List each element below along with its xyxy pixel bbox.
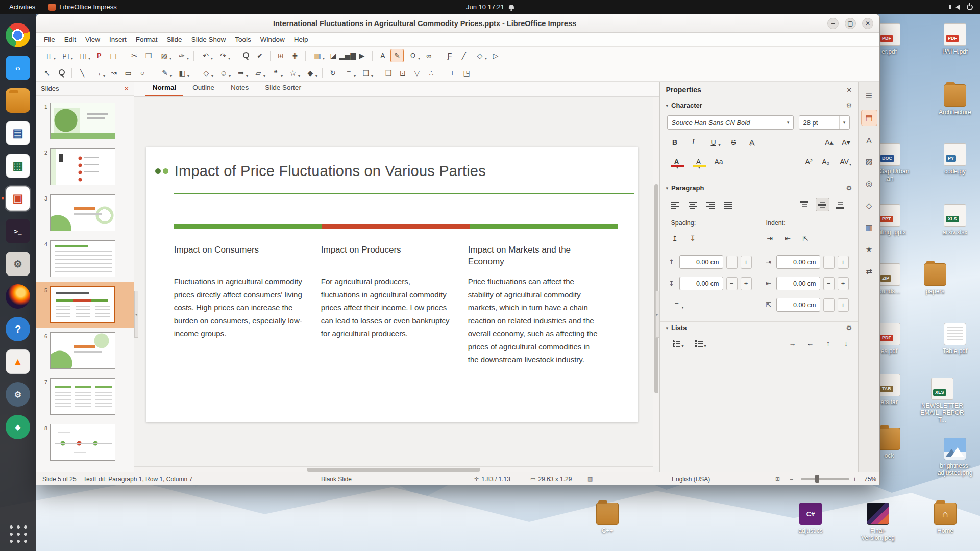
export-pdf-button[interactable]: P	[92, 49, 106, 62]
menu-window[interactable]: Window	[256, 34, 289, 45]
below-spacing-input[interactable]: 0.00 cm	[679, 277, 723, 290]
slide-thumbnail-row[interactable]: 8	[36, 419, 134, 465]
align-vertical-center-button[interactable]	[816, 198, 829, 211]
insert-line-button[interactable]: ╱	[457, 49, 471, 62]
slide-thumbnail-row[interactable]: 4	[36, 236, 134, 282]
document-modified-indicator[interactable]: ▥	[587, 472, 593, 485]
desktop-icon-newsletter-xlsx[interactable]: XLS NEWSLETTER EMAIL_REPORT...	[919, 378, 966, 423]
desktop-icon-table-pdf[interactable]: Table.pdf	[932, 323, 978, 355]
dock-libreoffice-writer[interactable]: ▤	[6, 121, 30, 145]
decrease-font-size-button[interactable]: A▾	[839, 136, 853, 149]
dock-chrome[interactable]	[6, 23, 30, 47]
bold-button[interactable]: B	[668, 136, 682, 149]
font-name-combobox[interactable]: Source Han Sans CN Bold ▾	[667, 115, 794, 130]
insert-image-button[interactable]: ◪	[327, 49, 340, 62]
vertical-scrollbar-thumb[interactable]	[654, 184, 658, 393]
slide-column[interactable]: Impact on Markets and the Economy Price …	[468, 244, 598, 366]
before-indent-increment[interactable]: +	[838, 256, 849, 269]
zoom-slider-handle[interactable]	[815, 475, 819, 483]
demote-button[interactable]: →	[786, 337, 799, 350]
sidebar-tab-master-slides[interactable]: ▥	[861, 219, 877, 236]
highlighting-color-button[interactable]: A	[690, 155, 707, 168]
insert-media-button[interactable]: ▶	[355, 49, 369, 62]
tab-slide-sorter[interactable]: Slide Sorter	[258, 81, 308, 96]
align-objects-button[interactable]: ≡	[340, 66, 357, 80]
slide-thumbnail-1[interactable]	[50, 103, 115, 139]
text-language-selector[interactable]: English (USA)	[672, 472, 710, 485]
dock-software-center[interactable]: ◆	[6, 415, 30, 439]
slide-thumbnail-2[interactable]	[50, 148, 115, 185]
slide-thumbnail-4[interactable]	[50, 240, 115, 277]
paragraph-more-options-icon[interactable]: ⚙	[846, 184, 852, 192]
decrease-indent-button[interactable]: ⇤	[781, 232, 795, 245]
decrease-paragraph-spacing-button[interactable]: ↧	[686, 232, 700, 245]
menu-help[interactable]: Help	[289, 34, 313, 45]
minimize-button[interactable]: –	[827, 18, 839, 29]
clock-menu[interactable]: Jun 10 17:21	[466, 3, 514, 11]
tab-normal[interactable]: Normal	[145, 81, 184, 96]
dock-libreoffice-impress[interactable]: ▣	[6, 186, 30, 211]
activities-button[interactable]: Activities	[9, 3, 35, 11]
hide-slides-panel-handle[interactable]: ◂	[134, 291, 138, 338]
zoom-tool-button[interactable]	[55, 66, 68, 80]
close-button[interactable]: ✕	[862, 18, 873, 29]
tab-notes[interactable]: Notes	[224, 81, 256, 96]
glue-points-button[interactable]: +	[446, 66, 459, 80]
start-slideshow-button[interactable]: ▷	[489, 49, 502, 62]
clone-formatting-button[interactable]: ✑	[174, 49, 190, 62]
menu-slide[interactable]: Slide	[162, 34, 187, 45]
after-indent-increment[interactable]: +	[838, 277, 849, 290]
line-color-button[interactable]: ✎	[157, 66, 173, 80]
move-up-button[interactable]: ↑	[821, 337, 835, 350]
tab-outline[interactable]: Outline	[185, 81, 222, 96]
desktop-icon-brightness-png[interactable]: brightness-adjusted.png	[932, 438, 978, 477]
character-spacing-button[interactable]: AV	[836, 155, 853, 168]
dock-vlc[interactable]: ▲	[6, 349, 30, 374]
arrange-button[interactable]: ❏	[358, 66, 374, 80]
desktop-icon-final-version-jpeg[interactable]: Final-Version.jpeg	[854, 503, 901, 541]
slide-thumbnail-7[interactable]	[50, 378, 115, 415]
align-right-button[interactable]	[704, 198, 718, 211]
dock-firefox[interactable]	[6, 284, 30, 309]
desktop-icon-path-pdf[interactable]: PDF PATH.pdf	[932, 23, 978, 55]
dock-terminal[interactable]: >_	[6, 219, 30, 243]
paste-button[interactable]: ▨	[156, 49, 173, 62]
slide-page[interactable]: Impact of Price Fluctuations on Various …	[146, 147, 638, 422]
character-more-options-icon[interactable]: ⚙	[846, 102, 852, 109]
firstline-indent-decrement[interactable]: −	[823, 298, 835, 312]
redo-button[interactable]: ↷	[215, 49, 231, 62]
dock-vscode[interactable]: ‹›	[6, 56, 30, 80]
menu-file[interactable]: File	[39, 34, 60, 45]
font-size-dropdown-icon[interactable]: ▾	[839, 116, 849, 129]
desktop-icon-papers[interactable]: papers	[912, 263, 959, 295]
font-size-combobox[interactable]: 28 pt ▾	[799, 115, 850, 130]
3d-objects-button[interactable]: ◆	[302, 66, 318, 80]
font-name-dropdown-icon[interactable]: ▾	[783, 116, 793, 129]
above-spacing-increment[interactable]: +	[741, 256, 752, 269]
line-spacing-button[interactable]: ≡	[668, 298, 685, 311]
menu-view[interactable]: View	[81, 34, 105, 45]
select-tool-button[interactable]: ↖	[40, 66, 54, 80]
align-center-button[interactable]	[686, 198, 700, 211]
slide-column[interactable]: Impact on Consumers Fluctuations in agri…	[174, 244, 304, 366]
before-indent-input[interactable]: 0.00 cm	[776, 255, 820, 269]
ordered-list-button[interactable]	[691, 337, 708, 350]
slide-body-textbox[interactable]: Impact on Consumers Fluctuations in agri…	[174, 244, 598, 366]
above-spacing-decrement[interactable]: −	[726, 256, 738, 269]
zoom-slider-track[interactable]	[801, 478, 849, 480]
slide-accent-bar[interactable]	[174, 224, 618, 229]
dock-settings[interactable]: ⚙	[6, 382, 30, 407]
sidebar-tab-slide-transition[interactable]: ⇄	[861, 263, 877, 280]
desktop-icon-adjust-cs[interactable]: C# adjust.cs	[787, 503, 834, 534]
toggle-extrusion-button[interactable]: ◳	[460, 66, 473, 80]
slide-thumbnail-row[interactable]: 7	[36, 373, 134, 419]
character-section-header[interactable]: ▾ Character ⚙	[660, 99, 859, 111]
show-draw-functions-button[interactable]: ✎	[390, 49, 404, 62]
before-indent-decrement[interactable]: −	[823, 256, 835, 269]
sidebar-tab-shapes[interactable]: ◇	[861, 197, 877, 214]
slide-thumbnail-row[interactable]: 3	[36, 190, 134, 236]
change-case-button[interactable]: Aa	[712, 155, 726, 168]
slide-thumbnail-row[interactable]: 2	[36, 144, 134, 190]
sidebar-tab-properties[interactable]: ▤	[861, 110, 877, 126]
insert-fontwork-button[interactable]: Ƒ	[443, 49, 456, 62]
